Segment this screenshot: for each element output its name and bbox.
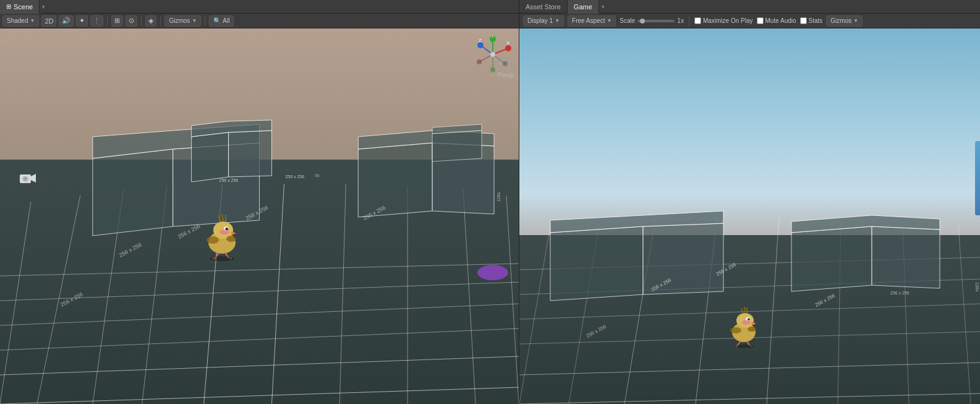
all-dropdown[interactable]: 🔍 All bbox=[209, 15, 234, 27]
svg-line-111 bbox=[744, 307, 745, 312]
display-label: Display 1 bbox=[527, 17, 553, 24]
scene-nav-button[interactable]: ⊙ bbox=[126, 15, 137, 27]
svg-marker-93 bbox=[872, 226, 940, 288]
svg-line-81 bbox=[519, 226, 550, 404]
audio-icon: 🔊 bbox=[62, 17, 70, 25]
svg-point-71 bbox=[503, 61, 508, 66]
stats-toggle[interactable]: Stats bbox=[800, 17, 823, 24]
svg-point-53 bbox=[210, 256, 234, 261]
all-text: All bbox=[223, 17, 229, 24]
nav-icon: ⊙ bbox=[129, 17, 134, 25]
gizmo-widget: X Z Y bbox=[474, 36, 511, 73]
svg-text:Z: Z bbox=[479, 38, 482, 43]
svg-point-118 bbox=[733, 345, 754, 348]
svg-line-46 bbox=[222, 214, 223, 221]
svg-line-6 bbox=[0, 202, 31, 404]
svg-line-14 bbox=[463, 189, 475, 404]
svg-line-80 bbox=[519, 393, 980, 404]
svg-point-74 bbox=[490, 52, 495, 57]
scene-grid-button[interactable]: ⊞ bbox=[111, 15, 123, 27]
svg-marker-20 bbox=[229, 131, 272, 177]
grid-icon: ⊞ bbox=[114, 17, 120, 25]
svg-marker-25 bbox=[432, 131, 482, 161]
svg-text:128x: 128x bbox=[496, 192, 501, 202]
aspect-arrow-icon: ▼ bbox=[607, 18, 611, 24]
svg-marker-92 bbox=[791, 226, 872, 291]
scene-toolbar: Shaded ▼ 2D 🔊 ✦ ⋮ ⊞ ⊙ ◈ bbox=[0, 14, 519, 28]
shading-dropdown[interactable]: Shaded ▼ bbox=[2, 15, 39, 27]
svg-point-109 bbox=[742, 320, 751, 324]
effects-button[interactable]: ✦ bbox=[76, 15, 88, 27]
game-menu-dots[interactable]: ▾ bbox=[602, 4, 605, 10]
svg-point-44 bbox=[219, 230, 229, 234]
stats-checkbox[interactable] bbox=[800, 17, 807, 24]
game-toolbar-sep-1 bbox=[689, 16, 689, 26]
svg-text:Y: Y bbox=[491, 36, 495, 39]
scene-viewport[interactable]: 256 x 256 256 x 256 256 x 256 256 x 256 … bbox=[0, 28, 519, 404]
scene-extras-button[interactable]: ⋮ bbox=[90, 15, 103, 27]
svg-text:128x: 128x bbox=[975, 282, 979, 292]
gizmos-label: Gizmos bbox=[169, 17, 190, 24]
svg-point-103 bbox=[730, 327, 741, 333]
maximize-on-play-toggle[interactable]: Maximize On Play bbox=[694, 17, 753, 24]
svg-point-60 bbox=[505, 45, 511, 51]
svg-line-4 bbox=[0, 356, 519, 375]
svg-line-15 bbox=[506, 196, 519, 404]
mute-checkbox[interactable] bbox=[757, 17, 764, 24]
scene-render-button[interactable]: ◈ bbox=[145, 15, 156, 27]
scale-group: Scale 1x bbox=[620, 17, 684, 24]
camera-icon bbox=[19, 171, 36, 188]
scene-tab-icon: ⊞ bbox=[6, 3, 11, 10]
game-tab-label: Game bbox=[574, 3, 592, 11]
toolbar-sep-1 bbox=[107, 16, 108, 26]
game-gizmos-dropdown[interactable]: Gizmos ▼ bbox=[826, 15, 863, 27]
maximize-label: Maximize On Play bbox=[703, 17, 753, 24]
scene-tab[interactable]: ⊞ Scene bbox=[0, 0, 40, 14]
svg-line-3 bbox=[0, 329, 519, 350]
pidgey-game-sprite bbox=[722, 304, 765, 348]
svg-point-38 bbox=[207, 236, 219, 244]
effects-icon: ✦ bbox=[79, 17, 85, 25]
blue-sliver bbox=[975, 141, 980, 215]
svg-line-114 bbox=[747, 341, 749, 345]
mute-label: Mute Audio bbox=[765, 17, 796, 24]
gizmos-dropdown[interactable]: Gizmos ▼ bbox=[164, 15, 201, 27]
svg-marker-43 bbox=[231, 231, 236, 235]
svg-point-39 bbox=[226, 236, 236, 242]
audio-button[interactable]: 🔊 bbox=[59, 15, 74, 27]
game-tab[interactable]: Game bbox=[568, 0, 599, 14]
svg-text:0x: 0x bbox=[315, 173, 320, 178]
svg-marker-108 bbox=[752, 322, 756, 325]
mute-audio-toggle[interactable]: Mute Audio bbox=[757, 17, 796, 24]
game-tab-area: Asset Store Game ▾ bbox=[519, 0, 980, 14]
2d-button[interactable]: 2D bbox=[41, 15, 56, 27]
game-viewport[interactable]: 256 x 256 256 x 256 256 x 256 256 x 256 … bbox=[519, 28, 980, 404]
toolbar-sep-3 bbox=[160, 16, 161, 26]
asset-store-tab-label: Asset Store bbox=[526, 3, 561, 11]
svg-point-56 bbox=[23, 177, 27, 181]
svg-line-0 bbox=[0, 264, 519, 276]
svg-rect-57 bbox=[23, 174, 27, 176]
svg-line-5 bbox=[0, 387, 519, 404]
svg-text:256 x 256: 256 x 256 bbox=[219, 178, 239, 183]
svg-line-79 bbox=[519, 363, 980, 375]
scale-value: 1x bbox=[677, 17, 684, 24]
svg-marker-22 bbox=[358, 143, 432, 217]
scale-slider[interactable] bbox=[637, 20, 675, 22]
maximize-checkbox[interactable] bbox=[694, 17, 701, 24]
svg-text:256 x 256: 256 x 256 bbox=[59, 291, 84, 307]
svg-text:X: X bbox=[506, 40, 510, 46]
scene-menu-dots[interactable]: ▾ bbox=[42, 4, 45, 10]
svg-point-104 bbox=[748, 327, 756, 332]
persp-label: ← Persp bbox=[490, 72, 514, 79]
asset-store-tab[interactable]: Asset Store bbox=[519, 0, 568, 14]
svg-point-69 bbox=[477, 59, 482, 64]
svg-line-110 bbox=[741, 308, 743, 313]
game-gizmos-label: Gizmos bbox=[830, 17, 851, 24]
svg-marker-58 bbox=[31, 174, 36, 183]
scene-tab-area: ⊞ Scene ▾ bbox=[0, 0, 519, 14]
aspect-dropdown[interactable]: Free Aspect ▼ bbox=[568, 15, 616, 27]
display-dropdown[interactable]: Display 1 ▼ bbox=[523, 15, 564, 27]
scene-grid-svg: 256 x 256 256 x 256 256 x 256 256 x 256 … bbox=[0, 28, 519, 404]
svg-line-88 bbox=[958, 225, 971, 404]
